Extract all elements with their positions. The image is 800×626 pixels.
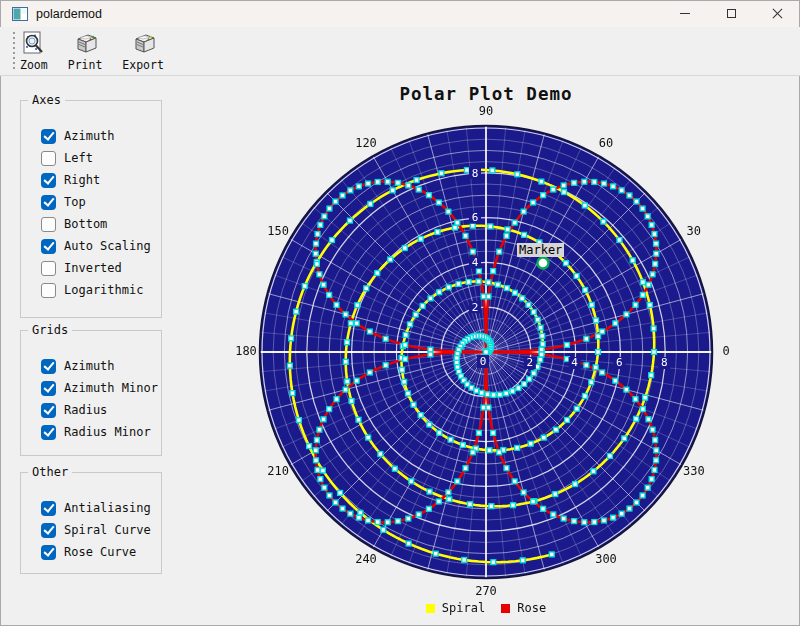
marker-label: Marker <box>517 243 564 257</box>
checkbox-checked-icon-spiral-curve[interactable] <box>41 523 56 538</box>
checkbox-label-top: Top <box>64 195 86 209</box>
toolbar-buttons: Zoom Print Exp <box>18 29 166 73</box>
checkbox-checked-icon-azimuth[interactable] <box>41 359 56 374</box>
toolbar: Zoom Print Exp <box>0 27 800 76</box>
zoom-button[interactable]: Zoom <box>18 29 50 73</box>
grids-checkbox-list: AzimuthAzimuth MinorRadiusRadius Minor <box>21 355 161 443</box>
print-button-label: Print <box>68 58 103 72</box>
legend-label-spiral: Spiral <box>442 601 485 615</box>
grids-group: Grids AzimuthAzimuth MinorRadiusRadius M… <box>20 330 162 456</box>
printer-icon <box>72 30 99 57</box>
window-title: polardemod <box>36 7 102 21</box>
minimize-icon <box>680 13 690 14</box>
checkbox-label-spiral-curve: Spiral Curve <box>64 523 151 537</box>
checkbox-label-azimuth-minor: Azimuth Minor <box>64 381 158 395</box>
checkbox-row-radius-minor[interactable]: Radius Minor <box>21 421 161 443</box>
checkbox-row-azimuth[interactable]: Azimuth <box>21 355 161 377</box>
checkbox-row-azimuth-minor[interactable]: Azimuth Minor <box>21 377 161 399</box>
checkbox-checked-icon-azimuth-minor[interactable] <box>41 381 56 396</box>
checkbox-row-inverted[interactable]: Inverted <box>21 257 161 279</box>
checkbox-label-radius-minor: Radius Minor <box>64 425 151 439</box>
checkbox-row-radius[interactable]: Radius <box>21 399 161 421</box>
export-button-label: Export <box>122 58 164 72</box>
export-printer-icon <box>130 30 157 57</box>
checkbox-label-radius: Radius <box>64 403 107 417</box>
legend-item-spiral: Spiral <box>426 601 485 615</box>
checkbox-checked-icon-antialiasing[interactable] <box>41 501 56 516</box>
checkbox-row-auto-scaling[interactable]: Auto Scaling <box>21 235 161 257</box>
checkbox-row-antialiasing[interactable]: Antialiasing <box>21 497 161 519</box>
checkbox-label-logarithmic: Logarithmic <box>64 283 143 297</box>
checkbox-label-bottom: Bottom <box>64 217 107 231</box>
checkbox-checked-icon-top[interactable] <box>41 195 56 210</box>
axes-group-title: Axes <box>28 93 65 107</box>
zoom-button-label: Zoom <box>20 58 48 72</box>
grids-group-title: Grids <box>28 323 72 337</box>
checkbox-checked-icon-radius[interactable] <box>41 403 56 418</box>
other-group: Other AntialiasingSpiral CurveRose Curve <box>20 472 162 574</box>
checkbox-row-logarithmic[interactable]: Logarithmic <box>21 279 161 301</box>
legend-label-rose: Rose <box>517 601 546 615</box>
title-bar: polardemod <box>0 0 800 27</box>
plot-title: Polar Plot Demo <box>236 84 736 104</box>
plot-legend: SpiralRose <box>236 601 736 615</box>
checkbox-label-right: Right <box>64 173 100 187</box>
minimize-button[interactable] <box>662 0 708 27</box>
export-button[interactable]: Export <box>120 29 166 73</box>
checkbox-row-azimuth[interactable]: Azimuth <box>21 125 161 147</box>
checkbox-label-rose-curve: Rose Curve <box>64 545 136 559</box>
axes-checkbox-list: AzimuthLeftRightTopBottomAuto ScalingInv… <box>21 125 161 301</box>
legend-swatch-rose <box>501 604 510 613</box>
window-controls <box>662 0 800 27</box>
checkbox-row-right[interactable]: Right <box>21 169 161 191</box>
polar-plot-canvas[interactable] <box>236 102 736 602</box>
legend-swatch-spiral <box>426 604 435 613</box>
checkbox-checked-icon-azimuth[interactable] <box>41 129 56 144</box>
other-checkbox-list: AntialiasingSpiral CurveRose Curve <box>21 497 161 563</box>
axes-group: Axes AzimuthLeftRightTopBottomAuto Scali… <box>20 100 162 318</box>
print-button[interactable]: Print <box>66 29 105 73</box>
close-icon <box>772 8 783 19</box>
toolbar-grip-handle[interactable] <box>12 32 15 70</box>
checkbox-unchecked-icon-inverted[interactable] <box>41 261 56 276</box>
checkbox-unchecked-icon-bottom[interactable] <box>41 217 56 232</box>
app-window: { "window": { "title": "polardemod", "ic… <box>0 0 800 626</box>
app-window-icon <box>12 7 28 21</box>
checkbox-label-inverted: Inverted <box>64 261 122 275</box>
close-button[interactable] <box>754 0 800 27</box>
checkbox-row-top[interactable]: Top <box>21 191 161 213</box>
checkbox-checked-icon-radius-minor[interactable] <box>41 425 56 440</box>
checkbox-unchecked-icon-logarithmic[interactable] <box>41 283 56 298</box>
checkbox-label-antialiasing: Antialiasing <box>64 501 151 515</box>
checkbox-unchecked-icon-left[interactable] <box>41 151 56 166</box>
checkbox-label-azimuth: Azimuth <box>64 359 115 373</box>
checkbox-label-auto-scaling: Auto Scaling <box>64 239 151 253</box>
checkbox-row-spiral-curve[interactable]: Spiral Curve <box>21 519 161 541</box>
maximize-icon <box>727 9 736 18</box>
checkbox-row-rose-curve[interactable]: Rose Curve <box>21 541 161 563</box>
other-group-title: Other <box>28 465 72 479</box>
checkbox-checked-icon-auto-scaling[interactable] <box>41 239 56 254</box>
checkbox-label-left: Left <box>64 151 93 165</box>
checkbox-label-azimuth: Azimuth <box>64 129 115 143</box>
checkbox-checked-icon-rose-curve[interactable] <box>41 545 56 560</box>
zoom-document-icon <box>20 30 47 57</box>
legend-item-rose: Rose <box>501 601 546 615</box>
checkbox-row-bottom[interactable]: Bottom <box>21 213 161 235</box>
maximize-button[interactable] <box>708 0 754 27</box>
checkbox-checked-icon-right[interactable] <box>41 173 56 188</box>
checkbox-row-left[interactable]: Left <box>21 147 161 169</box>
